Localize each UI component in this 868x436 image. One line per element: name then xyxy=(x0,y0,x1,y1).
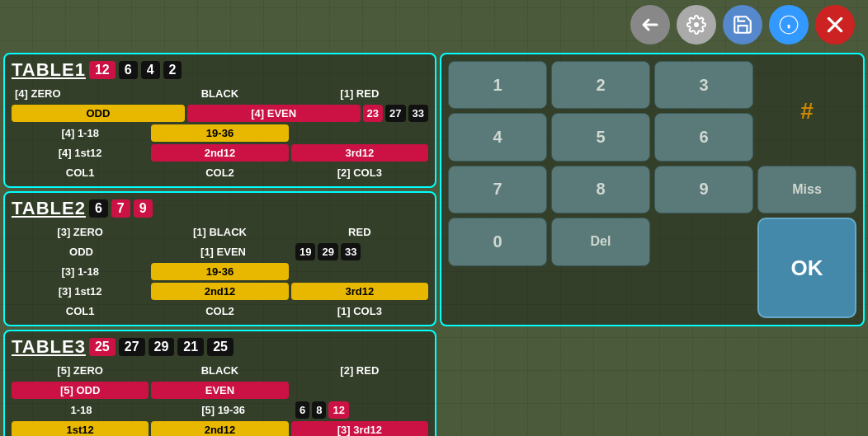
settings-button[interactable] xyxy=(677,5,716,45)
table2-row-range: [3] 1-18 19-36 xyxy=(12,263,428,280)
numpad-9[interactable]: 9 xyxy=(654,166,753,213)
table3-panel: TABLE3 25 27 29 21 25 [5] ZERO BLACK [2]… xyxy=(3,330,436,436)
t3-extra: 6 8 12 xyxy=(295,401,428,419)
table1-row-zero: [4] ZERO BLACK [1] RED xyxy=(12,85,428,102)
numpad-8[interactable]: 8 xyxy=(551,166,650,213)
numpad-6[interactable]: 6 xyxy=(654,113,753,161)
numpad-del[interactable]: Del xyxy=(551,218,650,265)
table2-title: TABLE2 xyxy=(12,198,86,219)
table3-row-range: 1-18 [5] 19-36 6 8 12 xyxy=(12,401,428,419)
t2-col1: COL1 xyxy=(12,302,149,320)
t1-num-27: 27 xyxy=(385,105,405,122)
t3-black: BLACK xyxy=(151,362,288,379)
numpad-0[interactable]: 0 xyxy=(448,218,547,265)
table1-row-range: [4] 1-18 19-36 xyxy=(12,124,428,142)
t2-odd: ODD xyxy=(12,243,151,260)
numpad-1[interactable]: 1 xyxy=(448,61,547,109)
table3-row-dozen: 1st12 2nd12 [3] 3rd12 xyxy=(12,421,428,436)
info-button[interactable] xyxy=(769,5,809,45)
save-button[interactable] xyxy=(723,5,762,45)
t2-num-33: 33 xyxy=(341,243,361,260)
t3-num-6: 6 xyxy=(295,401,309,419)
table2-badge-2: 9 xyxy=(134,199,153,218)
t3-odd: [5] ODD xyxy=(12,382,149,399)
table3-header: TABLE3 25 27 29 21 25 xyxy=(12,336,428,358)
t1-zero: [4] ZERO xyxy=(12,85,149,102)
t2-3rd12: 3rd12 xyxy=(291,283,428,300)
t3-1st12: 1st12 xyxy=(12,421,149,436)
numpad-5[interactable]: 5 xyxy=(551,113,650,161)
t1-low: [4] 1-18 xyxy=(12,124,149,142)
numpad-2[interactable]: 2 xyxy=(551,61,650,109)
t3-even: EVEN xyxy=(151,382,288,399)
t2-1st12: [3] 1st12 xyxy=(12,283,149,300)
numpad-3[interactable]: 3 xyxy=(654,61,753,109)
table1-title: TABLE1 xyxy=(12,59,86,81)
table1-badge-2: 4 xyxy=(141,61,160,79)
t3-high: [5] 19-36 xyxy=(153,401,293,419)
t1-range-empty xyxy=(291,131,428,136)
table3-badge-0: 25 xyxy=(89,338,116,356)
t2-range-empty xyxy=(291,270,428,274)
t3-low: 1-18 xyxy=(12,401,151,419)
t3-odd-empty xyxy=(291,388,428,393)
t3-red: [2] RED xyxy=(291,362,428,379)
hash-symbol: # xyxy=(757,61,856,162)
numpad-miss[interactable]: Miss xyxy=(757,166,856,213)
table2-badge-0: 6 xyxy=(89,199,108,218)
t1-3rd12: 3rd12 xyxy=(291,144,428,162)
table3-row-odd: [5] ODD EVEN xyxy=(12,382,428,399)
t1-1st12: [4] 1st12 xyxy=(12,144,149,162)
t1-col2: COL2 xyxy=(151,164,288,181)
t2-num-29: 29 xyxy=(318,243,337,260)
table3-badge-1: 27 xyxy=(119,338,145,356)
table1-badge-0: 12 xyxy=(89,61,116,79)
table2-row-zero: [3] ZERO [1] BLACK RED xyxy=(12,223,428,241)
numpad-4[interactable]: 4 xyxy=(448,113,547,161)
t1-high: 19-36 xyxy=(151,124,288,142)
t3-3rd12: [3] 3rd12 xyxy=(291,421,428,436)
table1-panel: TABLE1 12 6 4 2 [4] ZERO BLACK [1] RED O… xyxy=(3,53,436,188)
t1-black: BLACK xyxy=(151,85,288,102)
table2-badge-1: 7 xyxy=(111,199,130,218)
t2-low: [3] 1-18 xyxy=(12,263,149,280)
t3-num-8: 8 xyxy=(312,401,326,419)
t1-col3: [2] COL3 xyxy=(291,164,428,181)
t1-col1: COL1 xyxy=(12,164,149,181)
t2-col2: COL2 xyxy=(151,302,288,320)
close-button[interactable] xyxy=(815,5,855,45)
t2-extra: 19 29 33 xyxy=(295,243,428,260)
table3-title: TABLE3 xyxy=(12,336,86,358)
table1-header: TABLE1 12 6 4 2 xyxy=(12,59,428,81)
t2-col3: [1] COL3 xyxy=(291,302,428,320)
table2-panel: TABLE2 6 7 9 [3] ZERO [1] BLACK RED ODD … xyxy=(3,191,436,326)
table2-row-odd: ODD [1] EVEN 19 29 33 xyxy=(12,243,428,260)
t1-even: [4] EVEN xyxy=(187,105,361,122)
t1-num-33: 33 xyxy=(408,105,428,122)
table2-row-col: COL1 COL2 [1] COL3 xyxy=(12,302,428,320)
numpad-7[interactable]: 7 xyxy=(448,166,547,213)
t1-extra: 23 27 33 xyxy=(363,105,428,122)
table1-badge-3: 2 xyxy=(163,61,182,79)
main-layout: TABLE1 12 6 4 2 [4] ZERO BLACK [1] RED O… xyxy=(0,49,868,436)
numpad-panel: 1 2 3 # 4 5 6 7 8 9 Miss 0 Del OK xyxy=(440,53,865,326)
table1-row-dozen: [4] 1st12 2nd12 3rd12 xyxy=(12,144,428,162)
t2-even: [1] EVEN xyxy=(153,243,293,260)
table3-row-zero: [5] ZERO BLACK [2] RED xyxy=(12,362,428,379)
t1-odd: ODD xyxy=(12,105,185,122)
table3-badge-3: 21 xyxy=(177,338,204,356)
t2-black: [1] BLACK xyxy=(151,223,288,241)
table2-header: TABLE2 6 7 9 xyxy=(12,198,428,219)
t2-num-19: 19 xyxy=(295,243,315,260)
back-button[interactable] xyxy=(630,5,670,45)
t2-2nd12: 2nd12 xyxy=(151,283,288,300)
table1-row-odd: ODD [4] EVEN 23 27 33 xyxy=(12,105,428,122)
t2-red: RED xyxy=(291,223,428,241)
t1-num-23: 23 xyxy=(363,105,383,122)
table1-badge-1: 6 xyxy=(119,61,138,79)
table2-row-dozen: [3] 1st12 2nd12 3rd12 xyxy=(12,283,428,300)
numpad-ok[interactable]: OK xyxy=(757,218,856,318)
t3-2nd12: 2nd12 xyxy=(151,421,288,436)
t3-zero: [5] ZERO xyxy=(12,362,149,379)
table3-badge-2: 29 xyxy=(149,338,175,356)
